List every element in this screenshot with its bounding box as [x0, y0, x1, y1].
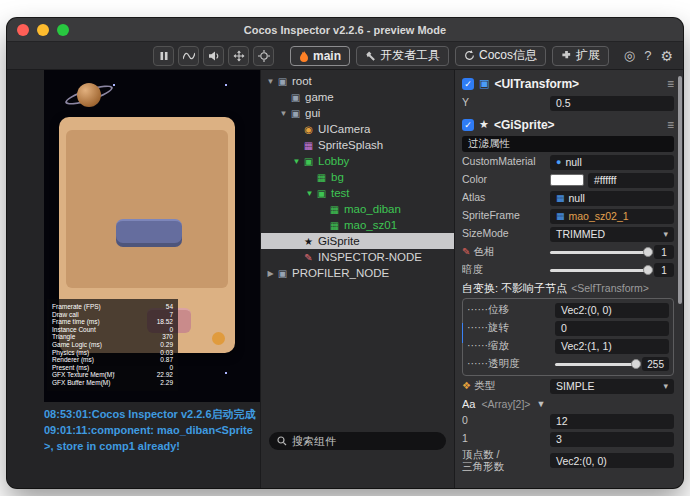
game-blue-button[interactable]	[116, 219, 182, 247]
property-value[interactable]: 0	[555, 321, 669, 336]
tree-item-gisprite[interactable]: ★GiSprite	[261, 233, 454, 249]
slider-track[interactable]	[555, 363, 636, 366]
slider-track[interactable]	[550, 269, 648, 272]
tree-item-spritesplash[interactable]: ▦SpriteSplash	[261, 137, 454, 153]
tab-devtools[interactable]: 开发者工具	[356, 46, 449, 66]
color: Color#ffffff	[462, 172, 674, 188]
move-icon	[233, 50, 245, 62]
gisprite-header: ✓★<GiSprite>≡	[462, 115, 674, 134]
speaker-icon	[208, 51, 220, 61]
app-window: Cocos Inspector v2.2.6 - preview Mode ma…	[7, 18, 683, 488]
tree-item-mao-sz01[interactable]: ▦mao_sz01	[261, 217, 454, 233]
property-value[interactable]: 12	[550, 414, 674, 429]
fullscreen-button[interactable]	[57, 24, 69, 36]
stats-panel: Framerate (FPS)54Draw call7Frame time (m…	[47, 299, 178, 391]
checkbox-checked[interactable]: ✓	[462, 119, 474, 131]
tree-item-inspector-node[interactable]: ✎INSPECTOR-NODE	[261, 249, 454, 265]
tab-extensions[interactable]: 扩展	[552, 46, 609, 66]
move-button[interactable]	[228, 46, 249, 66]
size-mode: SizeModeTRIMMED▾	[462, 226, 674, 242]
slider-knob[interactable]	[643, 265, 653, 275]
expander-icon[interactable]: ▶	[265, 269, 276, 278]
expander-icon[interactable]: ▼	[278, 109, 289, 118]
frame-green-icon: ▣	[302, 156, 315, 167]
minimize-button[interactable]	[37, 24, 49, 36]
tree-item-mao-diban[interactable]: ▦mao_diban	[261, 201, 454, 217]
search-input[interactable]: 搜索组件	[269, 432, 446, 450]
star-icon: ★	[302, 236, 315, 247]
tree-item-test[interactable]: ▼▣test	[261, 185, 454, 201]
help-icon[interactable]: ?	[644, 48, 651, 63]
tree-item-lobby[interactable]: ▼▣Lobby	[261, 153, 454, 169]
tab-main[interactable]: main	[290, 46, 350, 66]
dropdown-value[interactable]: TRIMMED▾	[550, 227, 674, 242]
console-line: 08:53:01:Cocos Inspector v2.2.6启动完成	[44, 407, 256, 423]
tree-item-label: SpriteSplash	[318, 139, 383, 151]
expander-icon[interactable]: ▼	[265, 77, 276, 86]
image-green-icon: ▦	[315, 172, 328, 183]
menu-icon[interactable]: ≡	[667, 77, 674, 91]
stat-row-draw-call: Draw call7	[52, 311, 173, 319]
tree-item-bg[interactable]: ▦bg	[261, 169, 454, 185]
toolbar: main 开发者工具 Cocos信息 扩展 ◎ ? ⚙	[7, 42, 683, 70]
property-value[interactable]: Vec2:(1, 1)	[555, 339, 669, 354]
property-label: 1	[462, 433, 546, 445]
slider-knob[interactable]	[631, 359, 641, 369]
close-button[interactable]	[17, 24, 29, 36]
chevron-down-icon[interactable]: ▼	[537, 399, 546, 409]
tab-cocos-info[interactable]: Cocos信息	[455, 46, 546, 66]
tree-item-uicamera[interactable]: ◉UICamera	[261, 121, 454, 137]
curve-button[interactable]	[178, 46, 199, 66]
titlebar[interactable]: Cocos Inspector v2.2.6 - preview Mode	[7, 18, 683, 42]
pause-icon	[159, 51, 169, 61]
tree-item-profiler-node[interactable]: ▶▣PROFILER_NODE	[261, 265, 454, 281]
expander-icon[interactable]: ▼	[304, 189, 315, 198]
property-label: Atlas	[462, 192, 546, 204]
scrollbar-thumb[interactable]	[678, 76, 682, 304]
color-swatch[interactable]	[550, 174, 584, 186]
stat-label: Present (ms)	[52, 364, 89, 372]
atlas-icon: ▦	[556, 193, 565, 203]
slider-knob[interactable]	[643, 247, 653, 257]
property-value[interactable]: Vec2:(0, 0)	[550, 453, 674, 468]
brush-icon: ✎	[462, 246, 470, 257]
material-icon: ●	[556, 157, 561, 167]
checkbox-checked[interactable]: ✓	[462, 78, 474, 90]
menu-icon[interactable]: ≡	[667, 118, 674, 132]
asset-value[interactable]: ▦null	[550, 191, 674, 206]
property-value[interactable]: Vec2:(0, 0)	[555, 303, 669, 318]
dropdown-value[interactable]: SIMPLE▾	[550, 379, 674, 394]
gear-icon[interactable]: ⚙	[660, 48, 673, 64]
tree-item-game[interactable]: ▣game	[261, 89, 454, 105]
asset-value[interactable]: ●null	[550, 155, 674, 170]
tree-item-gui[interactable]: ▼▣gui	[261, 105, 454, 121]
node-icon: ▣	[289, 108, 302, 119]
slider-value[interactable]: 255	[642, 357, 669, 371]
stat-row-triangle: Triangle370	[52, 333, 173, 341]
activity-curve-icon	[183, 51, 195, 61]
node-icon: ▣	[276, 76, 289, 87]
slider-value[interactable]: 1	[654, 263, 674, 277]
inspector-panel: ✓▣<UITransform>≡Y0.5✓★<GiSprite>≡过滤属性Cus…	[462, 72, 674, 488]
property-value[interactable]: 0.5	[550, 96, 674, 111]
slider-track[interactable]	[550, 251, 648, 254]
pause-button[interactable]	[153, 46, 174, 66]
locate-button[interactable]	[253, 46, 274, 66]
expander-icon[interactable]: ▼	[291, 157, 302, 166]
tab-label: 扩展	[576, 47, 600, 64]
stat-value: 0	[169, 326, 173, 334]
audio-button[interactable]	[203, 46, 224, 66]
property-label: ······缩放	[467, 340, 551, 352]
color-value[interactable]: #ffffff	[588, 173, 674, 188]
section-label: 自变换: 不影响子节点	[462, 281, 567, 296]
game-preview-canvas[interactable]: Framerate (FPS)54Draw call7Frame time (m…	[44, 70, 260, 402]
slider-value[interactable]: 1	[654, 245, 674, 259]
filter-properties[interactable]: 过滤属性	[462, 136, 674, 152]
property-value[interactable]: 3	[550, 432, 674, 447]
hue-slider: ✎色相1	[462, 244, 674, 260]
tree-item-root[interactable]: ▼▣root	[261, 73, 454, 89]
record-icon[interactable]: ◎	[624, 48, 635, 63]
asset-value[interactable]: ▦mao_sz02_1	[550, 209, 674, 224]
tree-item-label: game	[305, 91, 334, 103]
tree-item-label: bg	[331, 171, 344, 183]
